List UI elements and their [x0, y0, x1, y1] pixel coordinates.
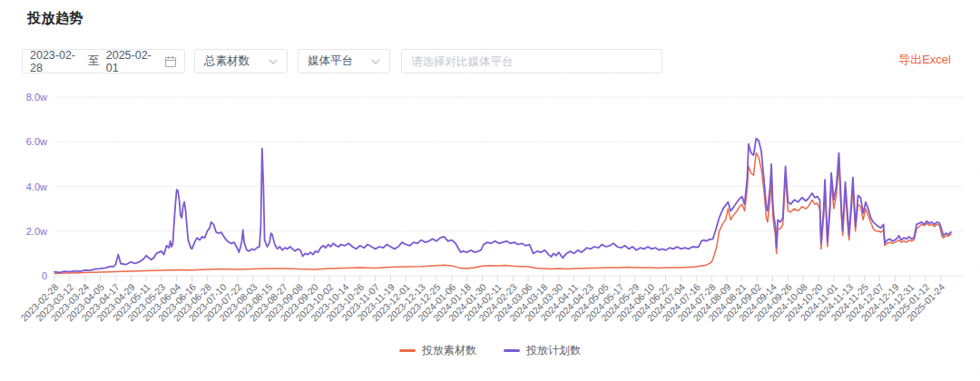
- legend-label: 投放计划数: [526, 343, 581, 358]
- legend-item-plans[interactable]: 投放计划数: [504, 343, 581, 358]
- y-axis-labels: 02.0w4.0w6.0w8.0w: [26, 92, 47, 281]
- legend-line-marker: [399, 349, 416, 352]
- chart-legend: 投放素材数投放计划数: [0, 343, 980, 358]
- svg-text:4.0w: 4.0w: [26, 181, 47, 192]
- svg-text:8.0w: 8.0w: [26, 92, 47, 103]
- legend-line-marker: [504, 349, 520, 352]
- plans-series-line: [54, 139, 951, 273]
- trend-line-chart: 02.0w4.0w6.0w8.0w2023-02-282023-03-12202…: [0, 0, 980, 381]
- svg-text:2.0w: 2.0w: [26, 226, 47, 237]
- legend-label: 投放素材数: [422, 343, 476, 358]
- svg-text:0: 0: [42, 270, 47, 281]
- svg-text:6.0w: 6.0w: [26, 136, 47, 147]
- legend-item-materials[interactable]: 投放素材数: [399, 343, 476, 358]
- x-axis-labels: 2023-02-282023-03-122023-03-242023-04-05…: [18, 281, 946, 324]
- x-axis-ticks: [54, 276, 941, 281]
- materials-series-line: [54, 153, 951, 274]
